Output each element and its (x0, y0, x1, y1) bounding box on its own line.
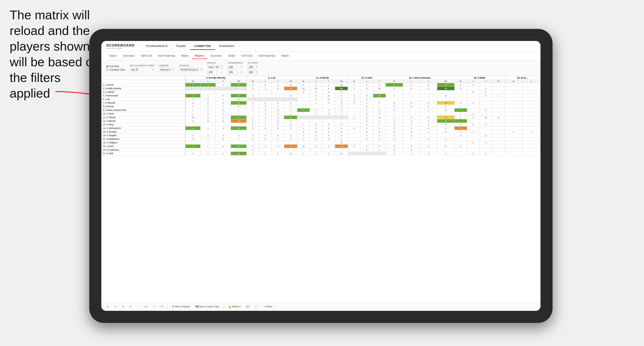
save-custom-button[interactable]: 💾 Save Custom View (194, 305, 221, 309)
cell: 1 (420, 108, 437, 112)
cell (522, 98, 540, 101)
cell (505, 87, 523, 90)
cell (297, 98, 310, 101)
compact-view-radio[interactable] (106, 68, 108, 71)
cell: 14 (322, 98, 335, 101)
cell: 0 (386, 134, 403, 137)
cell: 7 (403, 137, 420, 141)
cell: 0 (322, 137, 335, 141)
region-all-select[interactable]: (All) (207, 70, 217, 74)
cell: 0 (216, 94, 231, 98)
cell: 0 (386, 123, 403, 127)
sub-nav-h2h-heatmap-2[interactable]: H2H Heatmap (256, 53, 278, 59)
zoom-out-button[interactable]: − (136, 305, 140, 309)
cell: 0 (360, 112, 373, 116)
players-all-select-wrap[interactable]: (All) (248, 70, 258, 74)
cell: 3 (185, 137, 200, 141)
cell (185, 148, 200, 152)
cell (297, 105, 310, 108)
watch-icon: 🔔 (228, 305, 231, 308)
fullscreen-button[interactable]: ⛶ (254, 305, 259, 309)
sh-l-3: L (310, 80, 322, 83)
cell: 3 (480, 152, 492, 156)
nav-rankings[interactable]: RANKINGS (216, 43, 238, 50)
cell: 3 (185, 94, 200, 98)
nav-committee[interactable]: COMMITTEE (190, 43, 215, 50)
zoom-in-button[interactable]: + (152, 305, 156, 309)
division-select[interactable]: NCAA Division II (179, 68, 202, 72)
view-original-button[interactable]: 👁 View: Original (170, 305, 191, 309)
cell (522, 148, 540, 152)
cell (522, 94, 540, 98)
nav-tournaments[interactable]: TOURNAMENTS (142, 43, 172, 50)
region-select-wrap[interactable]: East - DII (207, 65, 223, 69)
row-name-15: 16. X Mcgaha (102, 134, 186, 137)
sub-nav-h2h-grid-1[interactable]: H2H Grid (138, 53, 155, 59)
cell: 0 (259, 137, 272, 141)
cell: 0 (200, 119, 216, 123)
conference-filter: Conference (All) (All) (228, 62, 243, 74)
players-select-wrap[interactable]: (All) (248, 65, 258, 69)
cell (297, 119, 310, 123)
cell: 1 (200, 94, 216, 98)
players-all-select[interactable]: (All) (248, 70, 258, 74)
reset-button[interactable]: ↺ (121, 305, 126, 309)
full-view-radio[interactable] (106, 65, 108, 67)
sub-nav-h2h-grid-2[interactable]: H2H Grid (238, 53, 255, 59)
cell: 0 (216, 108, 231, 112)
copy-button[interactable]: ⎘ (128, 305, 133, 309)
sh-t-6: T (480, 80, 492, 83)
cell: 1 (403, 152, 420, 156)
region-select[interactable]: East - DII (207, 65, 223, 69)
redo-button[interactable]: ↪ (113, 305, 118, 309)
comment-button[interactable]: 💬 (245, 305, 251, 309)
row-name-7: 8. M Torres (102, 105, 186, 108)
sub-nav-h2h-heatmap-1[interactable]: H2H Heatmap (155, 53, 178, 59)
sub-nav-teams[interactable]: Teams (106, 53, 120, 59)
nav-teams[interactable]: TEAMS (172, 43, 190, 50)
conference-select-wrap[interactable]: (All) (228, 65, 243, 69)
cell: 0 (386, 119, 403, 123)
cell: 1 (467, 112, 480, 116)
sub-nav-matrix-2[interactable]: Matrix (279, 53, 292, 59)
sub-nav-players[interactable]: Players (192, 53, 207, 59)
gender-select-wrap[interactable]: Women's (159, 67, 174, 72)
cell: 14 (284, 152, 297, 156)
row-name-18: 19. J Karrh (102, 145, 186, 148)
cell (185, 141, 200, 145)
share-button[interactable]: ↗ Share (262, 305, 274, 309)
cell: 8 (403, 105, 420, 108)
conference-all-select[interactable]: (All) (228, 70, 237, 74)
compact-view-option[interactable]: Compact View (106, 68, 125, 71)
cell: 1 (335, 94, 348, 98)
sub-nav-summary-1[interactable]: Summary (120, 53, 137, 59)
sub-nav-matrix-1[interactable]: Matrix (178, 53, 191, 59)
sh-dif-3: Dif (335, 80, 348, 83)
cell (348, 112, 360, 116)
region-all-select-wrap[interactable]: (All) (207, 70, 223, 74)
division-select-wrap[interactable]: NCAA Division II (179, 67, 202, 72)
max-players-select-wrap[interactable]: Top 25 (130, 67, 154, 72)
cell: 4 (492, 116, 504, 119)
players-select[interactable]: (All) (248, 65, 258, 69)
region-label: Region (207, 62, 223, 64)
watch-button[interactable]: 🔔 Watch ▾ (227, 305, 242, 309)
cell: 1 (246, 116, 259, 119)
full-view-option[interactable]: Full View (106, 65, 125, 68)
cell: 1 (231, 108, 246, 112)
conference-select[interactable]: (All) (228, 65, 237, 69)
max-players-select[interactable]: Top 25 (130, 68, 142, 72)
conference-all-select-wrap[interactable]: (All) (228, 70, 243, 74)
undo-button[interactable]: ↩ (105, 305, 110, 309)
sub-nav-detail[interactable]: Detail (225, 53, 238, 59)
cell (480, 83, 492, 87)
cell (467, 98, 480, 101)
cell (492, 87, 504, 90)
cell: 1 (259, 119, 272, 123)
gender-select[interactable]: Women's (159, 68, 174, 72)
cell: 2 (420, 145, 437, 148)
matrix-content[interactable]: 2. M Kelly Mulcahy 6. A Dy 11. G Woods 2… (101, 76, 540, 302)
cell: 0 (216, 127, 231, 130)
refresh-button[interactable]: ⟳ (160, 305, 164, 309)
sub-nav-summary-2[interactable]: Summary (208, 53, 225, 59)
